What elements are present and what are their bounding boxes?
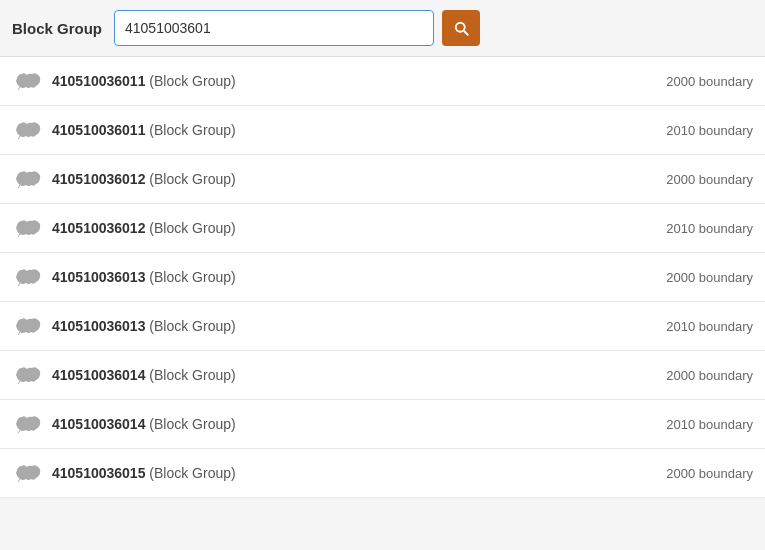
search-input[interactable]	[114, 10, 434, 46]
result-type: (Block Group)	[149, 171, 235, 187]
search-icon	[452, 19, 470, 37]
map-icon	[12, 71, 44, 91]
result-label: 410510036015 (Block Group)	[52, 465, 666, 481]
result-code: 410510036011	[52, 122, 145, 138]
boundary-tag: 2010 boundary	[666, 417, 753, 432]
map-icon	[12, 169, 44, 189]
header-bar: Block Group	[0, 0, 765, 57]
result-label: 410510036011 (Block Group)	[52, 73, 666, 89]
result-type: (Block Group)	[149, 318, 235, 334]
boundary-tag: 2010 boundary	[666, 319, 753, 334]
result-label: 410510036012 (Block Group)	[52, 220, 666, 236]
boundary-tag: 2000 boundary	[666, 368, 753, 383]
result-label: 410510036013 (Block Group)	[52, 318, 666, 334]
result-type: (Block Group)	[149, 220, 235, 236]
map-icon	[12, 463, 44, 483]
result-code: 410510036012	[52, 220, 145, 236]
result-type: (Block Group)	[149, 122, 235, 138]
result-type: (Block Group)	[149, 367, 235, 383]
result-type: (Block Group)	[149, 416, 235, 432]
result-code: 410510036011	[52, 73, 145, 89]
result-code: 410510036013	[52, 318, 145, 334]
boundary-tag: 2010 boundary	[666, 123, 753, 138]
map-icon	[12, 365, 44, 385]
map-icon	[12, 414, 44, 434]
map-icon	[12, 267, 44, 287]
map-icon	[12, 218, 44, 238]
block-group-dropdown[interactable]: Block Group	[12, 20, 106, 37]
result-code: 410510036013	[52, 269, 145, 285]
result-label: 410510036014 (Block Group)	[52, 367, 666, 383]
result-row[interactable]: 410510036011 (Block Group) 2010 boundary	[0, 106, 765, 155]
result-code: 410510036014	[52, 416, 145, 432]
result-label: 410510036011 (Block Group)	[52, 122, 666, 138]
result-label: 410510036013 (Block Group)	[52, 269, 666, 285]
result-row[interactable]: 410510036012 (Block Group) 2000 boundary	[0, 155, 765, 204]
results-list: 410510036011 (Block Group) 2000 boundary…	[0, 57, 765, 498]
result-row[interactable]: 410510036011 (Block Group) 2000 boundary	[0, 57, 765, 106]
result-code: 410510036014	[52, 367, 145, 383]
map-icon	[12, 120, 44, 140]
result-row[interactable]: 410510036015 (Block Group) 2000 boundary	[0, 449, 765, 498]
block-group-label: Block Group	[12, 20, 102, 37]
result-row[interactable]: 410510036013 (Block Group) 2010 boundary	[0, 302, 765, 351]
result-label: 410510036014 (Block Group)	[52, 416, 666, 432]
result-row[interactable]: 410510036014 (Block Group) 2000 boundary	[0, 351, 765, 400]
boundary-tag: 2000 boundary	[666, 466, 753, 481]
boundary-tag: 2000 boundary	[666, 172, 753, 187]
boundary-tag: 2000 boundary	[666, 270, 753, 285]
map-icon	[12, 316, 44, 336]
result-type: (Block Group)	[149, 269, 235, 285]
result-row[interactable]: 410510036012 (Block Group) 2010 boundary	[0, 204, 765, 253]
boundary-tag: 2000 boundary	[666, 74, 753, 89]
result-code: 410510036015	[52, 465, 145, 481]
search-button[interactable]	[442, 10, 480, 46]
result-label: 410510036012 (Block Group)	[52, 171, 666, 187]
result-type: (Block Group)	[149, 73, 235, 89]
boundary-tag: 2010 boundary	[666, 221, 753, 236]
result-code: 410510036012	[52, 171, 145, 187]
result-row[interactable]: 410510036013 (Block Group) 2000 boundary	[0, 253, 765, 302]
result-type: (Block Group)	[149, 465, 235, 481]
result-row[interactable]: 410510036014 (Block Group) 2010 boundary	[0, 400, 765, 449]
